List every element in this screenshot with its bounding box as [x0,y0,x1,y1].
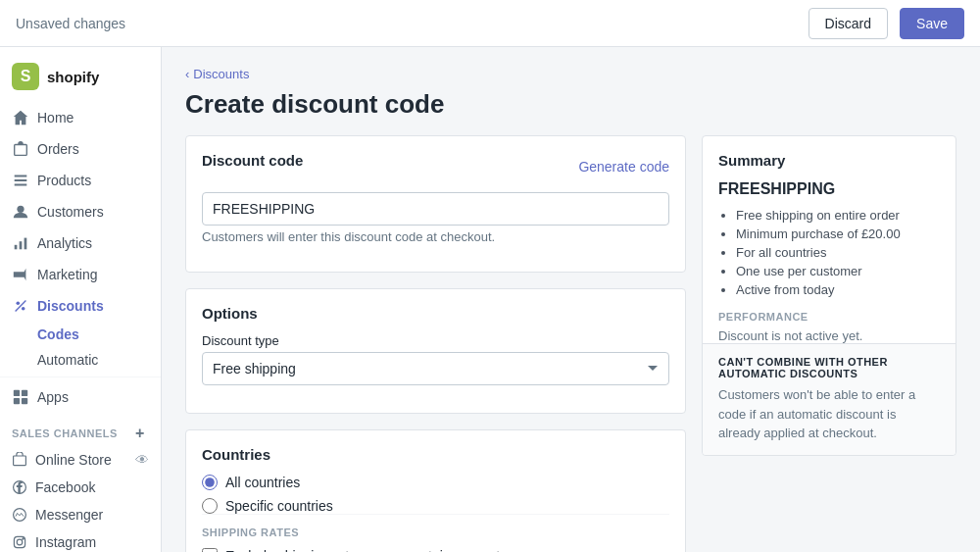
svg-rect-2 [15,245,18,250]
channel-messenger-label: Messenger [35,507,103,523]
sidebar-item-apps[interactable]: Apps [0,381,161,413]
sidebar-label-marketing: Marketing [37,267,97,282]
sidebar-sub-label-codes: Codes [37,326,79,342]
breadcrumb-arrow: ‹ [185,67,189,81]
sidebar-label-home: Home [37,110,74,125]
channel-instagram-label: Instagram [35,534,96,550]
countries-title: Countries [202,446,669,463]
svg-rect-0 [15,145,27,156]
main-inner: ‹ Discounts Create discount code Discoun… [162,47,980,552]
unsaved-status: Unsaved changes [16,16,797,31]
sales-channels-label: SALES CHANNELS [12,427,118,439]
instagram-icon [12,534,27,550]
page-title: Create discount code [185,89,956,120]
channel-facebook-label: Facebook [35,479,95,495]
svg-point-5 [17,302,21,306]
sidebar-item-discounts[interactable]: Discounts [0,290,161,322]
sidebar-item-orders[interactable]: Orders [0,133,161,165]
orders-icon [12,140,29,158]
discount-code-hint: Customers will enter this discount code … [202,229,669,244]
layout: S shopify Home Orders Products Custom [0,47,980,552]
sidebar-logo: S shopify [0,55,161,102]
discount-type-group: Discount type Percentage Fixed amount Fr… [202,333,669,385]
specific-countries-label: Specific countries [225,498,333,514]
apps-icon [12,388,29,406]
save-button[interactable]: Save [900,8,964,39]
discard-button[interactable]: Discard [808,8,888,39]
facebook-icon [12,479,27,495]
sidebar: S shopify Home Orders Products Custom [0,47,162,552]
discount-type-label: Discount type [202,333,669,348]
sidebar-sub-automatic[interactable]: Automatic [0,347,161,373]
sidebar-label-analytics: Analytics [37,235,92,251]
generate-code-link[interactable]: Generate code [578,159,669,175]
sidebar-item-analytics[interactable]: Analytics [0,227,161,259]
sidebar-label-apps: Apps [37,389,69,405]
messenger-icon [12,507,27,523]
sidebar-item-marketing[interactable]: Marketing [0,259,161,290]
breadcrumb[interactable]: ‹ Discounts [185,67,956,81]
summary-title: Summary [718,152,940,169]
add-channel-button[interactable]: + [131,425,149,442]
countries-card: Countries All countries Specific countri… [185,429,686,552]
discount-code-input[interactable] [202,192,669,226]
channel-messenger[interactable]: Messenger [0,501,161,528]
topbar: Unsaved changes Discard Save [0,0,980,47]
online-store-icon [12,452,27,468]
summary-code: FREESHIPPING [718,180,940,198]
cant-combine-text: Customers won't be able to enter a code … [718,385,940,443]
shopify-logo-icon: S [12,63,39,90]
exclude-shipping-option[interactable]: Exclude shipping rates over a certain am… [202,548,669,552]
channel-online-store[interactable]: Online Store 👁 [0,446,161,474]
sidebar-item-products[interactable]: Products [0,165,161,196]
svg-rect-3 [20,241,23,249]
cant-combine-title: CAN'T COMBINE WITH OTHER AUTOMATIC DISCO… [718,356,940,379]
exclude-shipping-checkbox[interactable] [202,548,218,552]
all-countries-option[interactable]: All countries [202,475,669,490]
discount-code-title: Discount code [202,152,303,169]
online-store-visibility-icon[interactable]: 👁 [135,452,149,468]
specific-countries-radio[interactable] [202,498,218,514]
summary-card: Summary FREESHIPPING Free shipping on en… [702,135,956,456]
sidebar-item-customers[interactable]: Customers [0,196,161,227]
svg-rect-11 [22,398,27,404]
all-countries-radio[interactable] [202,475,218,490]
options-title: Options [202,305,669,322]
svg-rect-8 [14,390,20,396]
options-card: Options Discount type Percentage Fixed a… [185,288,686,414]
performance-label: PERFORMANCE [718,311,940,323]
all-countries-label: All countries [225,475,300,490]
svg-rect-9 [22,390,27,396]
specific-countries-option[interactable]: Specific countries [202,498,669,514]
sidebar-item-home[interactable]: Home [0,102,161,133]
cant-combine-box: CAN'T COMBINE WITH OTHER AUTOMATIC DISCO… [703,343,956,455]
sales-channels-header: SALES CHANNELS + [0,413,161,446]
discount-type-select[interactable]: Percentage Fixed amount Free shipping Bu… [202,352,669,385]
channel-instagram[interactable]: Instagram [0,528,161,552]
summary-list: Free shipping on entire order Minimum pu… [718,208,940,297]
discount-code-card: Discount code Generate code Customers wi… [185,135,686,273]
sidebar-sub-codes[interactable]: Codes [0,322,161,347]
channel-online-store-label: Online Store [35,452,112,468]
svg-point-16 [17,539,23,545]
main-content: ‹ Discounts Create discount code Discoun… [162,47,980,552]
sidebar-label-orders: Orders [37,141,79,157]
summary-sidebar: Summary FREESHIPPING Free shipping on en… [702,135,956,552]
discounts-icon [12,297,29,315]
analytics-icon [12,234,29,252]
customers-icon [12,203,29,221]
countries-radio-group: All countries Specific countries [202,475,669,514]
content-grid: Discount code Generate code Customers wi… [185,135,956,552]
sidebar-logo-text: shopify [47,69,99,85]
channel-facebook[interactable]: Facebook [0,474,161,501]
svg-rect-10 [14,398,20,404]
discount-code-input-group: Customers will enter this discount code … [202,192,669,244]
sidebar-label-customers: Customers [37,204,104,220]
marketing-icon [12,266,29,283]
svg-point-1 [17,206,24,213]
svg-point-6 [22,307,25,311]
summary-bullet-1: Minimum purchase of £20.00 [736,226,940,241]
svg-rect-4 [24,238,27,250]
svg-rect-12 [14,456,26,466]
summary-bullet-2: For all countries [736,245,940,260]
